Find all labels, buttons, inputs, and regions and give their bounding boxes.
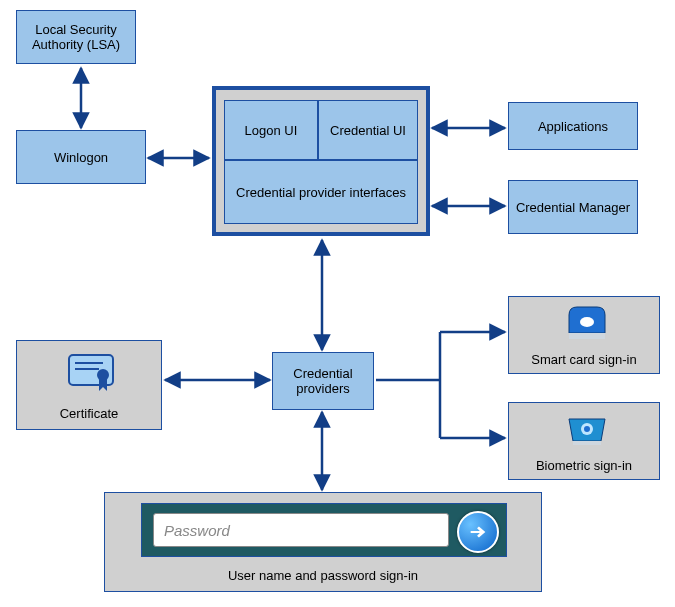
label: Credential providers bbox=[279, 366, 367, 396]
panel-username-password: Password User name and password sign-in bbox=[104, 492, 542, 592]
certificate-icon bbox=[65, 349, 117, 393]
box-logon-ui: Logon UI bbox=[224, 100, 318, 160]
box-lsa: Local Security Authority (LSA) bbox=[16, 10, 136, 64]
panel-certificate: Certificate bbox=[16, 340, 162, 430]
label: Applications bbox=[538, 119, 608, 134]
box-applications: Applications bbox=[508, 102, 638, 150]
panel-smartcard: Smart card sign-in bbox=[508, 296, 660, 374]
svg-point-15 bbox=[580, 317, 594, 327]
label: Winlogon bbox=[54, 150, 108, 165]
box-credential-ui: Credential UI bbox=[318, 100, 418, 160]
svg-point-17 bbox=[584, 426, 590, 432]
submit-button[interactable] bbox=[457, 511, 499, 553]
label: Credential UI bbox=[330, 123, 406, 138]
box-winlogon: Winlogon bbox=[16, 130, 146, 184]
box-credential-providers: Credential providers bbox=[272, 352, 374, 410]
architecture-diagram: Local Security Authority (LSA) Winlogon … bbox=[0, 0, 675, 607]
box-credential-provider-interfaces: Credential provider interfaces bbox=[224, 160, 418, 224]
box-credential-manager: Credential Manager bbox=[508, 180, 638, 234]
panel-biometric: Biometric sign-in bbox=[508, 402, 660, 480]
label: Smart card sign-in bbox=[509, 352, 659, 367]
label: Credential provider interfaces bbox=[236, 185, 406, 200]
label: Logon UI bbox=[245, 123, 298, 138]
label: Biometric sign-in bbox=[509, 458, 659, 473]
smart-card-icon bbox=[565, 303, 609, 343]
label: Certificate bbox=[17, 406, 161, 421]
arrow-right-icon bbox=[467, 521, 489, 543]
biometric-icon bbox=[565, 409, 609, 449]
label: User name and password sign-in bbox=[105, 568, 541, 583]
label: Local Security Authority (LSA) bbox=[23, 22, 129, 52]
label: Credential Manager bbox=[516, 200, 630, 215]
password-input[interactable]: Password bbox=[153, 513, 449, 547]
